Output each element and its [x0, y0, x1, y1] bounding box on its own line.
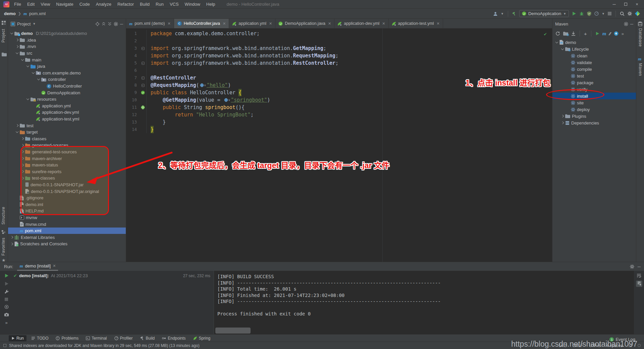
skip-tests-icon[interactable]: ∕∕ [609, 31, 610, 36]
tree-item-application-dev.yml[interactable]: application-dev.yml [8, 109, 126, 116]
execute-maven-goal-icon[interactable]: m [602, 31, 606, 36]
maven-item-site[interactable]: site [552, 99, 636, 106]
chevron-down-icon[interactable] [21, 58, 24, 60]
tree-item-application-test.yml[interactable]: application-test.yml [8, 116, 126, 122]
project-view-dropdown-icon[interactable]: ▼ [33, 22, 36, 26]
structure-icon[interactable] [2, 230, 5, 234]
close-tab-icon[interactable]: ✕ [382, 21, 385, 26]
toolwindow-button-todo[interactable]: TODO [29, 335, 51, 341]
tab-favorites[interactable]: Favorites [1, 238, 6, 256]
maven-item-Dependencies[interactable]: Dependencies [552, 119, 636, 126]
tree-item-classes[interactable]: classes [8, 136, 126, 142]
chevron-right-icon[interactable] [16, 45, 18, 48]
code-line-11[interactable]: 11 public String springboot(){ [126, 104, 552, 111]
show-passed-icon[interactable] [4, 305, 9, 309]
chevron-right-icon[interactable] [21, 137, 24, 140]
editor-tab-pom.xml (demo)[interactable]: mpom.xml (demo)✕ [126, 19, 174, 28]
chevron-down-icon[interactable] [555, 40, 558, 43]
toolwindow-button-problems[interactable]: Problems [53, 335, 81, 341]
soft-wrap-icon[interactable] [637, 273, 641, 278]
capture-snapshot-icon[interactable] [4, 313, 9, 316]
search-everywhere-icon[interactable] [620, 11, 625, 16]
menu-build[interactable]: Build [137, 1, 152, 8]
tab-database[interactable]: Database [638, 28, 643, 47]
maven-tab-icon[interactable]: m [638, 56, 641, 61]
menu-file[interactable]: File [11, 1, 24, 8]
tab-project[interactable]: Project [1, 29, 6, 43]
menu-analyze[interactable]: Analyze [93, 1, 114, 8]
tree-item-HelloController[interactable]: CHelloController [8, 83, 126, 90]
menu-edit[interactable]: Edit [24, 1, 37, 8]
menu-help[interactable]: Help [204, 1, 218, 8]
fold-marker-icon[interactable]: − [142, 62, 145, 65]
run-maven-build-icon[interactable] [595, 32, 599, 36]
tree-item-java[interactable]: java [8, 63, 126, 70]
scroll-to-end-icon[interactable] [636, 281, 642, 287]
chevron-right-icon[interactable] [16, 39, 18, 41]
add-maven-project-icon[interactable]: + [584, 31, 587, 37]
code-line-10[interactable]: 10 @GetMapping(value = ∨"springboot") [126, 96, 552, 104]
close-tab-icon[interactable]: ✕ [328, 21, 331, 26]
tree-item-.idea[interactable]: .idea [8, 37, 126, 44]
horizontal-scrollbar[interactable] [215, 328, 251, 334]
menu-vcs[interactable]: VCS [167, 1, 181, 8]
settings-gear-icon[interactable] [628, 11, 632, 16]
rerun-failed-icon[interactable] [4, 282, 9, 286]
project-panel-title[interactable]: Project [17, 21, 31, 27]
inspection-ok-icon[interactable]: ✔ [544, 31, 547, 37]
code-line-9[interactable]: 9public class HelloController { [126, 89, 552, 96]
url-globe-icon[interactable]: ∨ [224, 96, 230, 104]
profiler-dropdown-icon[interactable]: ▼ [602, 12, 605, 15]
tree-item-mvnw.cmd[interactable]: mvnw.cmd [8, 221, 126, 228]
tree-item-demo[interactable]: demoD:\2021go\xiaodudu\demo [8, 30, 126, 37]
collapse-all-icon[interactable] [108, 22, 112, 26]
editor-tab-application-test.yml[interactable]: application-test.yml✕ [389, 19, 443, 28]
fold-marker-icon[interactable]: − [142, 77, 145, 80]
hide-run-panel-icon[interactable]: ─ [638, 264, 641, 269]
close-tab-icon[interactable]: ✕ [167, 21, 170, 26]
folder-icon[interactable] [2, 52, 7, 56]
maven-item-test[interactable]: test [552, 72, 636, 79]
chevron-right-icon[interactable] [561, 121, 564, 124]
toolwindow-toggle-icon[interactable] [3, 344, 6, 347]
chevron-down-icon[interactable] [32, 71, 35, 74]
maven-item-demo[interactable]: mdemo [552, 39, 636, 46]
chevron-right-icon[interactable] [561, 115, 564, 117]
breadcrumb-root[interactable]: demo [4, 11, 16, 16]
fold-marker-icon[interactable]: − [142, 47, 145, 50]
user-dropdown-icon[interactable]: ▼ [501, 12, 504, 15]
tree-item-test[interactable]: test [8, 122, 126, 129]
chevron-right-icon[interactable] [10, 243, 13, 245]
tab-maven[interactable]: Maven [638, 63, 643, 76]
code-line-2[interactable]: 2 [126, 37, 552, 45]
menu-code[interactable]: Code [77, 1, 93, 8]
code-editor[interactable]: ✔ 1package com.example.demo.controller;2… [126, 29, 552, 262]
menu-view[interactable]: View [38, 1, 53, 8]
maven-item-package[interactable]: package [552, 79, 636, 86]
console-output[interactable]: [INFO] BUILD SUCCESS[INFO] -------------… [214, 271, 634, 334]
hide-maven-panel-icon[interactable]: ─ [630, 21, 633, 27]
hide-panel-icon[interactable]: ─ [120, 21, 123, 27]
chevron-right-icon[interactable] [10, 236, 13, 239]
tree-item-External Libraries[interactable]: External Libraries [8, 234, 126, 241]
rerun-icon[interactable] [4, 273, 9, 278]
maven-item-deploy[interactable]: deploy [552, 106, 636, 113]
editor-tab-application.yml[interactable]: application.yml✕ [229, 19, 275, 28]
more-actions-icon[interactable]: » [622, 31, 624, 36]
code-line-1[interactable]: 1package com.example.demo.controller; [126, 30, 552, 37]
profiler-button[interactable] [594, 11, 599, 16]
restore-button[interactable] [620, 0, 631, 8]
tool-windows-icon[interactable] [2, 21, 6, 25]
run-summary-title[interactable]: demo [install]: [19, 273, 49, 278]
download-sources-icon[interactable] [571, 32, 576, 36]
run-options-wrench-icon[interactable] [4, 290, 9, 294]
fold-marker-icon[interactable]: − [142, 84, 145, 87]
editor-tab-DemoApplication.java[interactable]: DemoApplication.java✕ [275, 19, 334, 28]
stop-process-icon[interactable] [5, 298, 8, 301]
chevron-down-icon[interactable] [26, 64, 29, 67]
tree-item-com.example.demo[interactable]: com.example.demo [8, 70, 126, 77]
menu-refactor[interactable]: Refactor [115, 1, 137, 8]
menu-run[interactable]: Run [153, 1, 166, 8]
maven-item-Lifecycle[interactable]: Lifecycle [552, 46, 636, 52]
code-line-13[interactable]: 13 } [126, 118, 552, 126]
